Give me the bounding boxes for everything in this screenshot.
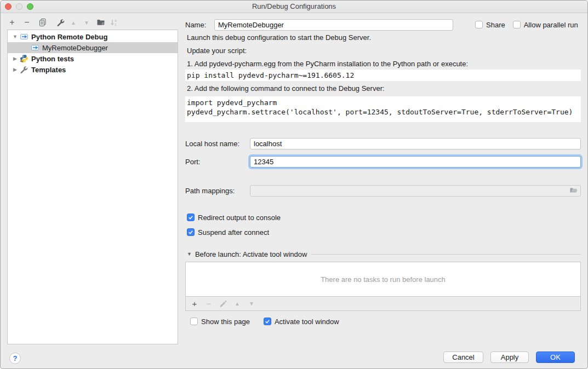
localhost-label: Local host name: xyxy=(185,140,246,148)
pip-command: pip install pydevd-pycharm~=191.6605.12 xyxy=(185,71,354,79)
allow-parallel-run-checkbox[interactable] xyxy=(513,21,521,28)
remove-icon[interactable]: − xyxy=(21,17,32,28)
svg-text:z: z xyxy=(115,22,117,26)
task-up-icon: ▲ xyxy=(233,299,242,308)
task-down-icon: ▼ xyxy=(247,299,256,308)
tree-item-label: Templates xyxy=(31,66,66,74)
suspend-after-connect-checkbox[interactable] xyxy=(187,228,195,236)
chevron-down-icon[interactable]: ▼ xyxy=(187,251,192,257)
allow-parallel-run-label: Allow parallel run xyxy=(524,21,578,29)
settrace-code-block: import pydevd_pycharm pydevd_pycharm.set… xyxy=(185,96,581,122)
show-this-page-checkbox[interactable] xyxy=(190,318,198,325)
activate-tool-window-checkbox[interactable] xyxy=(264,318,271,325)
title-bar: Run/Debug Configurations xyxy=(1,1,587,13)
code-line-2: pydevd_pycharm.settrace('localhost', por… xyxy=(185,107,581,117)
ok-button[interactable]: OK xyxy=(536,351,575,363)
remote-debug-icon xyxy=(31,43,39,52)
tree-item-label: MyRemoteDebugger xyxy=(42,44,108,52)
run-debug-configurations-dialog: Run/Debug Configurations + − ▲ ▼ az ▼ Py… xyxy=(0,0,588,369)
tree-item-label: Python Remote Debug xyxy=(31,33,107,41)
redirect-output-checkbox[interactable] xyxy=(187,214,195,221)
sort-alphabetically-icon: az xyxy=(109,17,119,28)
suspend-after-connect-row[interactable]: Suspend after connect xyxy=(187,228,269,237)
tree-item-python-remote-debug[interactable]: ▼ Python Remote Debug xyxy=(8,31,178,42)
redirect-output-label: Redirect output to console xyxy=(198,214,281,222)
before-launch-toolbar: + − ▲ ▼ xyxy=(185,297,581,311)
update-script-text: Update your script: xyxy=(187,47,247,55)
remove-task-icon: − xyxy=(204,299,213,308)
show-this-page-label: Show this page xyxy=(201,318,250,326)
chevron-down-icon[interactable]: ▼ xyxy=(12,34,19,39)
port-input[interactable] xyxy=(250,156,581,168)
port-row: Port: xyxy=(185,155,581,168)
tree-item-label: Python tests xyxy=(31,55,74,63)
share-label: Share xyxy=(486,21,505,29)
python-tests-icon xyxy=(20,54,28,63)
apply-button[interactable]: Apply xyxy=(490,351,529,363)
svg-text:a: a xyxy=(115,19,117,22)
redirect-output-row[interactable]: Redirect output to console xyxy=(187,213,281,222)
name-input[interactable] xyxy=(214,19,453,31)
move-down-icon: ▼ xyxy=(81,17,92,28)
localhost-input[interactable] xyxy=(250,138,581,149)
share-checkbox[interactable] xyxy=(475,21,483,28)
tree-item-templates[interactable]: ▶ Templates xyxy=(8,64,178,75)
configurations-tree: ▼ Python Remote Debug MyRemoteDebugger ▶… xyxy=(7,30,178,344)
wrench-icon xyxy=(20,65,28,74)
no-tasks-text: There are no tasks to run before launch xyxy=(321,275,446,284)
code-line-1: import pydevd_pycharm xyxy=(185,98,581,107)
page-options-row: Show this page Activate tool window xyxy=(190,317,339,326)
step1-text: 1. Add pydevd-pycharm.egg from the PyCha… xyxy=(187,60,468,68)
path-mappings-row: Path mappings: xyxy=(185,184,581,197)
chevron-right-icon[interactable]: ▶ xyxy=(12,67,19,72)
cancel-button[interactable]: Cancel xyxy=(443,351,483,363)
name-label: Name: xyxy=(185,21,210,29)
chevron-right-icon[interactable]: ▶ xyxy=(12,56,19,61)
localhost-row: Local host name: xyxy=(185,137,581,150)
browse-folder-icon[interactable] xyxy=(569,186,578,195)
activate-tool-window-label: Activate tool window xyxy=(275,318,339,326)
edit-templates-wrench-icon[interactable] xyxy=(55,17,66,28)
suspend-after-connect-label: Suspend after connect xyxy=(198,228,269,237)
copy-icon[interactable] xyxy=(37,17,48,28)
add-icon[interactable]: + xyxy=(7,17,18,28)
path-mappings-input[interactable] xyxy=(250,185,581,197)
step2-text: 2. Add the following command to connect … xyxy=(187,84,385,93)
edit-task-icon xyxy=(219,299,227,308)
pip-command-block: pip install pydevd-pycharm~=191.6605.12 xyxy=(185,70,581,81)
before-launch-header[interactable]: ▼ Before launch: Activate tool window xyxy=(187,250,581,258)
window-title: Run/Debug Configurations xyxy=(1,1,587,13)
tree-item-myremotedebugger[interactable]: MyRemoteDebugger xyxy=(8,42,178,53)
add-task-icon[interactable]: + xyxy=(190,299,199,308)
help-button[interactable]: ? xyxy=(9,353,21,364)
path-mappings-label: Path mappings: xyxy=(185,187,246,195)
tree-item-python-tests[interactable]: ▶ Python tests xyxy=(8,53,178,64)
intro-text: Launch this debug configuration to start… xyxy=(187,33,371,42)
name-row: Name: Share Allow parallel run xyxy=(185,18,585,31)
move-up-icon: ▲ xyxy=(68,17,79,28)
before-launch-title: Before launch: Activate tool window xyxy=(195,250,307,258)
port-label: Port: xyxy=(185,158,246,166)
new-folder-icon[interactable] xyxy=(95,17,106,28)
remote-debug-icon xyxy=(20,32,28,41)
before-launch-task-list[interactable]: There are no tasks to run before launch xyxy=(185,262,581,297)
section-divider xyxy=(311,254,581,255)
help-icon: ? xyxy=(13,354,18,362)
